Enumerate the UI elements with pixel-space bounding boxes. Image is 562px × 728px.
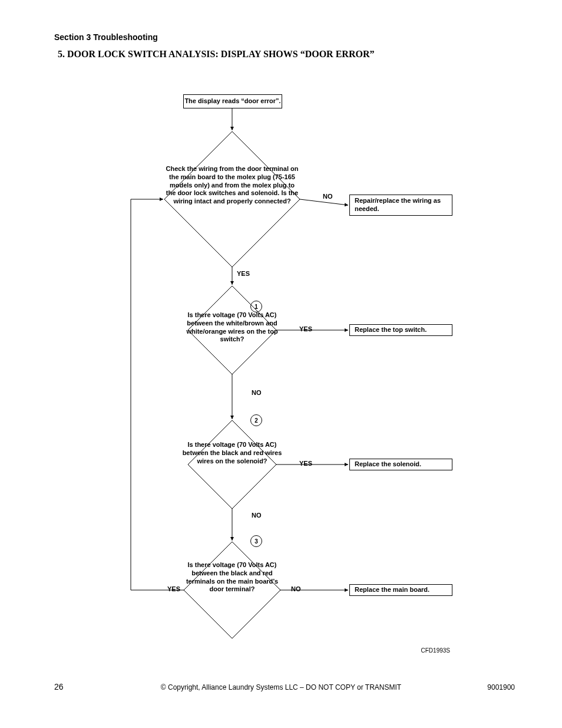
action-replace-top-switch: Replace the top switch. [349,324,452,336]
step-marker-2: 2 [250,414,262,426]
footer-doc-number: 9001900 [487,683,515,691]
flow-lines [0,0,562,728]
page: Section 3 Troubleshooting 5. DOOR LOCK S… [0,0,562,728]
label-no-d1: NO [323,193,333,200]
step-marker-3: 3 [250,535,262,547]
label-yes-d4: YES [167,585,180,592]
label-yes-d1: YES [237,270,250,277]
label-yes-d2: YES [299,325,312,332]
label-yes-d3: YES [299,460,312,467]
start-text: The display reads “door error”. [184,97,280,106]
action-replace-solenoid: Replace the solenoid. [349,459,452,470]
footer-copyright: © Copyright, Alliance Laundry Systems LL… [0,683,562,691]
action-replace-main-board: Replace the main board. [349,584,452,596]
decision-main-board-voltage: Is there voltage (70 Volts AC) between t… [179,561,285,594]
label-no-d3: NO [252,512,262,519]
decision-solenoid-voltage: Is there voltage (70 Volts AC) between t… [179,441,285,465]
figure-id: CFD1993S [421,647,450,654]
step-marker-1: 1 [250,301,262,312]
decision-wiring-check: Check the wiring from the door terminal … [165,165,299,206]
flowchart: The display reads “door error”. Check th… [0,0,562,728]
label-no-d4: NO [291,585,301,592]
action-repair-wiring: Repair/replace the wiring as needed. [349,195,452,216]
start-node: The display reads “door error”. [183,94,282,108]
label-no-d2: NO [252,389,262,396]
svg-line-8 [300,199,348,205]
decision-top-switch-voltage: Is there voltage (70 Volts AC) between t… [179,311,285,344]
